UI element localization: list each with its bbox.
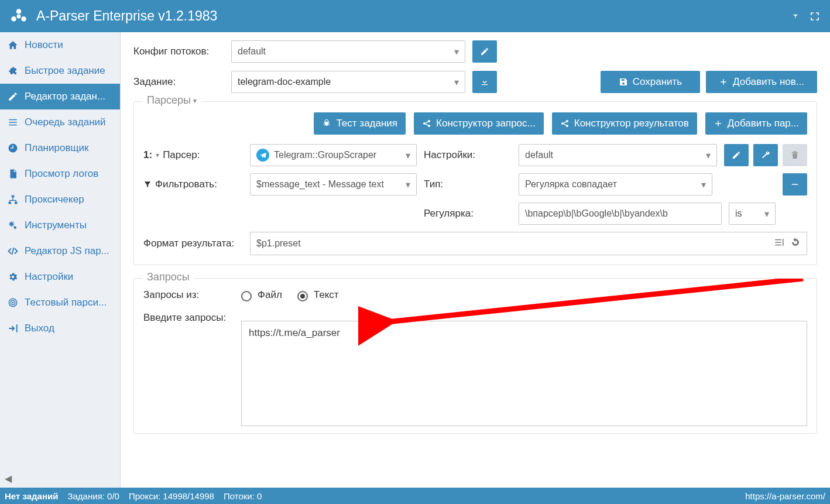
parsers-fieldset: Парсеры ▾ Тест задания Конструктор запро…: [133, 101, 817, 265]
settings-wrench-button[interactable]: [753, 144, 778, 166]
radio-file[interactable]: Файл: [241, 289, 282, 301]
config-select[interactable]: default ▾: [231, 40, 465, 63]
sidebar-item-label: Инструменты: [25, 220, 87, 231]
list-lines-icon[interactable]: [774, 237, 784, 250]
config-label: Конфиг потоков:: [133, 46, 224, 57]
sidebar-item-task-editor[interactable]: Редактор задан...: [0, 84, 120, 109]
type-label: Тип:: [424, 179, 512, 190]
home-icon: [7, 40, 19, 50]
svg-point-1: [11, 16, 16, 22]
reset-icon[interactable]: [790, 237, 801, 250]
regex-label: Регулярка:: [424, 208, 512, 220]
sidebar-item-tools[interactable]: Инструменты: [0, 212, 120, 238]
sidebar-item-quick-task[interactable]: Быстрое задание: [0, 58, 120, 84]
app-logo-icon: [7, 5, 30, 28]
chevron-down-icon: ▾: [764, 208, 769, 220]
status-url[interactable]: https://a-parser.com/: [745, 491, 825, 501]
app-title: A-Parser Enterprise v1.2.1983: [36, 8, 790, 24]
sidebar-item-js-editor[interactable]: Редактор JS пар...: [0, 238, 120, 264]
chevron-down-icon[interactable]: ▾: [156, 151, 159, 159]
settings-edit-button[interactable]: [724, 144, 749, 166]
queries-legend: Запросы: [142, 271, 194, 283]
sidebar-item-label: Настройки: [25, 271, 73, 283]
settings-select[interactable]: default ▾: [519, 144, 717, 166]
add-parser-button[interactable]: Добавить пар...: [705, 112, 807, 135]
sitemap-icon: [7, 194, 19, 205]
save-button[interactable]: Сохранить: [601, 71, 700, 93]
config-edit-button[interactable]: [472, 40, 497, 63]
result-format-label: Формат результата:: [143, 238, 243, 249]
sidebar-item-proxychecker[interactable]: Проксичекер: [0, 187, 120, 212]
sidebar-item-scheduler[interactable]: Планировщик: [0, 135, 120, 161]
sidebar-item-label: Планировщик: [25, 142, 88, 154]
chevron-down-icon: ▾: [406, 150, 410, 161]
sidebar-item-test-parsing[interactable]: Тестовый парси...: [0, 290, 120, 316]
sidebar-collapse-button[interactable]: ◀: [5, 473, 12, 484]
result-format-input[interactable]: $p1.preset: [250, 232, 807, 255]
chevron-down-icon: ▾: [406, 179, 410, 190]
task-select[interactable]: telegram-doc-example ▾: [231, 71, 465, 93]
queries-textarea[interactable]: https://t.me/a_parser: [241, 321, 807, 426]
sidebar-item-label: Очередь заданий: [25, 116, 106, 128]
parser-index-label: 1: ▾ Парсер:: [143, 149, 243, 161]
code-icon: [7, 246, 19, 256]
sidebar-item-label: Редактор JS пар...: [25, 245, 109, 257]
chevron-down-icon: ▾: [701, 179, 706, 190]
clock-icon: [7, 143, 19, 153]
regex-flags-select[interactable]: is ▾: [729, 203, 776, 225]
fullscreen-icon[interactable]: [810, 12, 819, 21]
sidebar-item-exit[interactable]: Выход: [0, 316, 120, 341]
status-no-tasks: Нет заданий: [5, 491, 58, 501]
svg-point-11: [12, 302, 13, 303]
task-label: Задание:: [133, 76, 224, 88]
filter-select[interactable]: $message_text - Message text ▾: [250, 173, 417, 196]
request-builder-button[interactable]: Конструктор запрос...: [414, 112, 544, 135]
sidebar-item-label: Новости: [25, 39, 63, 51]
sidebar-item-label: Быстрое задание: [25, 65, 105, 77]
sidebar-item-label: Просмотр логов: [25, 168, 98, 180]
radio-text[interactable]: Текст: [297, 289, 339, 301]
chevron-down-icon: ▾: [193, 97, 197, 105]
radio-icon: [241, 291, 252, 301]
sidebar-item-label: Проксичекер: [25, 194, 84, 205]
queries-enter-label: Введите запросы:: [143, 311, 234, 426]
filter-remove-button[interactable]: [783, 173, 807, 196]
document-icon: [7, 169, 19, 179]
task-download-button[interactable]: [472, 71, 497, 93]
test-task-button[interactable]: Тест задания: [314, 112, 406, 135]
chevron-down-icon: ▾: [454, 77, 459, 88]
sidebar-item-label: Редактор задан...: [25, 91, 105, 102]
svg-rect-6: [15, 202, 18, 204]
config-select-value: default: [238, 46, 266, 57]
target-icon: [7, 297, 19, 308]
puzzle-icon: [7, 66, 19, 76]
sidebar-item-logs[interactable]: Просмотр логов: [0, 161, 120, 187]
task-select-value: telegram-doc-example: [238, 77, 331, 87]
main-content: Конфиг потоков: default ▾ Задание: teleg…: [121, 32, 830, 488]
svg-rect-5: [9, 202, 12, 204]
svg-rect-4: [12, 196, 15, 198]
chevron-down-icon: ▾: [454, 46, 459, 57]
regex-input[interactable]: \bпарсер\b|\bGoogle\b|\byandex\b: [519, 203, 722, 225]
filter-label: Фильтровать:: [143, 179, 243, 190]
sidebar-item-settings[interactable]: Настройки: [0, 264, 120, 290]
svg-point-0: [16, 9, 22, 14]
pin-icon[interactable]: [790, 12, 800, 21]
queries-from-label: Запросы из:: [143, 289, 234, 301]
sidebar-item-news[interactable]: Новости: [0, 32, 120, 58]
sidebar-item-queue[interactable]: Очередь заданий: [0, 109, 120, 135]
add-new-button[interactable]: Добавить нов...: [706, 71, 817, 93]
pencil-icon: [7, 91, 19, 102]
sidebar-item-label: Выход: [25, 323, 54, 334]
results-builder-button[interactable]: Конструктор результатов: [552, 112, 697, 135]
cogs-icon: [7, 272, 19, 282]
status-tasks: Задания: 0/0: [67, 491, 119, 501]
sidebar-item-label: Тестовый парси...: [25, 297, 107, 308]
type-select[interactable]: Регулярка совпадает ▾: [519, 173, 712, 196]
telegram-icon: [256, 149, 269, 162]
svg-point-12: [325, 122, 329, 126]
parser-select[interactable]: Telegram::GroupScraper ▾: [250, 144, 417, 166]
list-icon: [7, 117, 19, 128]
filter-icon: [143, 180, 152, 188]
parsers-legend[interactable]: Парсеры ▾: [142, 94, 201, 107]
